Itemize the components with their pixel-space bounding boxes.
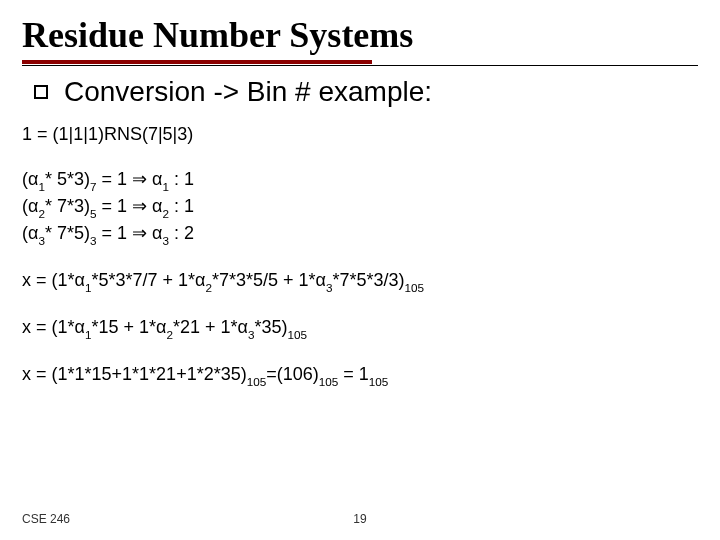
imply-icon bbox=[132, 169, 147, 189]
imply-icon bbox=[132, 196, 147, 216]
sub: 3 bbox=[162, 234, 169, 247]
txt: x = (1*1*15+1*1*21+1*2*35) bbox=[22, 364, 247, 384]
txt: *35) bbox=[254, 317, 287, 337]
slide: Residue Number Systems Conversion -> Bin… bbox=[0, 0, 720, 540]
txt: * 7*5) bbox=[45, 223, 90, 243]
page-title: Residue Number Systems bbox=[22, 14, 698, 56]
rule-thin bbox=[22, 65, 698, 66]
slide-body: 1 = (1|1|1)RNS(7|5|3) (1* 5*3)7 = 1 1 : … bbox=[22, 122, 698, 389]
sub3: 3 bbox=[38, 234, 45, 247]
txt: *7*3*5/5 + 1* bbox=[212, 270, 316, 290]
txt: x = (1* bbox=[22, 317, 75, 337]
txt: = 1 bbox=[338, 364, 369, 384]
alpha-icon bbox=[75, 317, 85, 337]
alpha2-line: (2* 7*3)5 = 1 2 : 1 bbox=[22, 196, 194, 216]
alpha-icon bbox=[238, 317, 248, 337]
sub: 2 bbox=[162, 207, 169, 220]
txt: *15 + 1* bbox=[91, 317, 156, 337]
sub: 5 bbox=[90, 207, 97, 220]
txt: = 1 bbox=[96, 169, 132, 189]
alpha-icon bbox=[152, 196, 162, 216]
sub: 1 bbox=[85, 328, 92, 341]
sub: 105 bbox=[319, 375, 339, 388]
sub: 105 bbox=[287, 328, 307, 341]
alpha-computations: (1* 5*3)7 = 1 1 : 1 (2* 7*3)5 = 1 2 : 1 … bbox=[22, 167, 698, 248]
sub: 1 bbox=[162, 180, 169, 193]
x-final: x = (1*1*15+1*1*21+1*2*35)105=(106)105 =… bbox=[22, 362, 698, 389]
sub: 2 bbox=[166, 328, 173, 341]
bullet-box-icon bbox=[34, 85, 48, 99]
sub: 2 bbox=[205, 281, 212, 294]
alpha-icon bbox=[152, 223, 162, 243]
alpha-icon bbox=[28, 223, 38, 243]
alpha-icon bbox=[28, 169, 38, 189]
alpha-icon bbox=[152, 169, 162, 189]
bullet-row: Conversion -> Bin # example: bbox=[34, 76, 698, 108]
rule-red bbox=[22, 60, 372, 64]
sub: 3 bbox=[326, 281, 333, 294]
sub2: 2 bbox=[38, 207, 45, 220]
sub: 1 bbox=[85, 281, 92, 294]
txt: *7*5*3/3) bbox=[332, 270, 404, 290]
alpha-icon bbox=[75, 270, 85, 290]
sub: 105 bbox=[405, 281, 425, 294]
txt: * 5*3) bbox=[45, 169, 90, 189]
alpha1-line: (1* 5*3)7 = 1 1 : 1 bbox=[22, 169, 194, 189]
alpha-icon bbox=[156, 317, 166, 337]
sub: 7 bbox=[90, 180, 97, 193]
title-rule bbox=[22, 60, 698, 66]
footer-course: CSE 246 bbox=[22, 512, 70, 526]
alpha-icon bbox=[28, 196, 38, 216]
x-expansion-simplified: x = (1*1*15 + 1*2*21 + 1*3*35)105 bbox=[22, 315, 698, 342]
sub1: 1 bbox=[38, 180, 45, 193]
txt: *5*3*7/7 + 1* bbox=[91, 270, 195, 290]
txt: = 1 bbox=[96, 196, 132, 216]
rns-definition: 1 = (1|1|1)RNS(7|5|3) bbox=[22, 122, 698, 147]
txt: * 7*3) bbox=[45, 196, 90, 216]
txt: : 1 bbox=[169, 169, 194, 189]
txt: : 2 bbox=[169, 223, 194, 243]
txt: =(106) bbox=[266, 364, 319, 384]
sub: 105 bbox=[369, 375, 389, 388]
txt: : 1 bbox=[169, 196, 194, 216]
sub: 3 bbox=[90, 234, 97, 247]
alpha-icon bbox=[195, 270, 205, 290]
imply-icon bbox=[132, 223, 147, 243]
sub: 105 bbox=[247, 375, 267, 388]
txt: = 1 bbox=[96, 223, 132, 243]
txt: x = (1* bbox=[22, 270, 75, 290]
alpha-icon bbox=[316, 270, 326, 290]
bullet-heading: Conversion -> Bin # example: bbox=[64, 76, 432, 108]
x-expansion-full: x = (1*1*5*3*7/7 + 1*2*7*3*5/5 + 1*3*7*5… bbox=[22, 268, 698, 295]
alpha3-line: (3* 7*5)3 = 1 3 : 2 bbox=[22, 223, 194, 243]
txt: *21 + 1* bbox=[173, 317, 238, 337]
sub: 3 bbox=[248, 328, 255, 341]
footer-page: 19 bbox=[353, 512, 366, 526]
